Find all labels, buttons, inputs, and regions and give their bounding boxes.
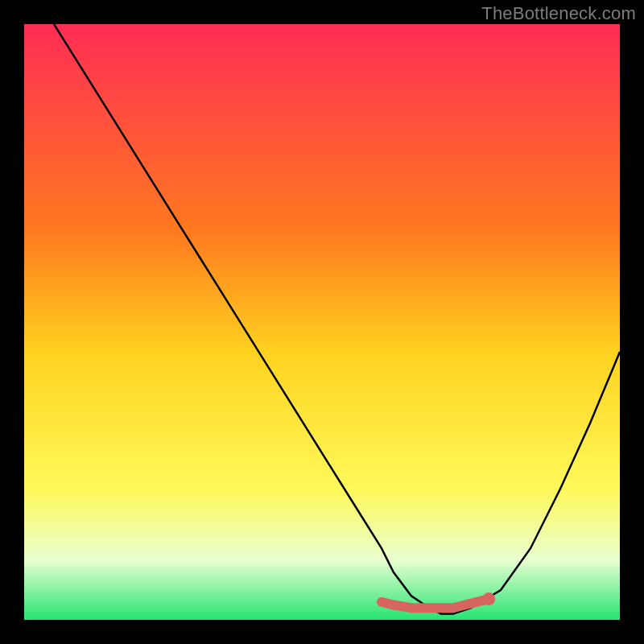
bottleneck-chart [24, 24, 620, 620]
plot-area [24, 24, 620, 620]
chart-frame: TheBottleneck.com [0, 0, 644, 644]
highlight-dot [482, 592, 495, 605]
watermark-text: TheBottleneck.com [481, 3, 636, 24]
gradient-background [24, 24, 620, 620]
